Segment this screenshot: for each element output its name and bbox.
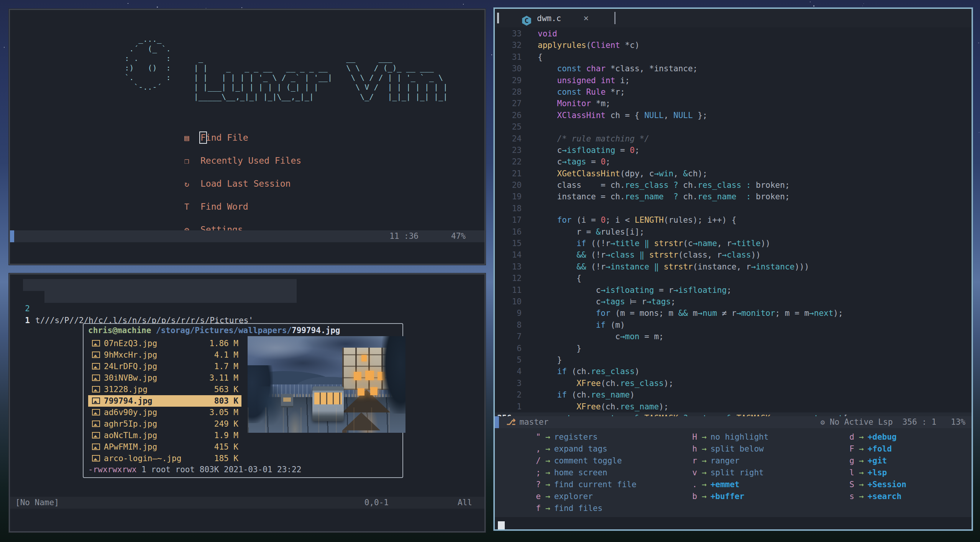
- whichkey-binding: d→+debug: [825, 431, 906, 443]
- arrow-icon: →: [854, 432, 868, 442]
- code-line: 26 XClassHint ch = { NULL, NULL };: [495, 110, 972, 121]
- code-editor-area[interactable]: 33void32applyrules(Client *c)31{30 const…: [495, 28, 972, 424]
- menu-item-recently-used-files[interactable]: ❐Recently Used Files: [184, 154, 301, 167]
- file-row[interactable]: APwFMIM.jpg415 K: [88, 441, 241, 453]
- mode-indicator-block: [495, 416, 499, 428]
- statusline-scratch: [No Name] 0,0-1 All: [10, 497, 484, 509]
- find-file-icon: ▤: [184, 131, 200, 145]
- whichkey-description: explorer: [554, 492, 593, 501]
- file-row[interactable]: 24LrDFQ.jpg1.7 M: [88, 361, 241, 372]
- code-text: c→tags = 0;: [538, 156, 611, 168]
- line-number: 13: [495, 261, 522, 273]
- whichkey-binding: H→no highlight: [668, 431, 768, 443]
- arrow-icon: →: [697, 444, 711, 453]
- line-number: 17: [495, 214, 522, 226]
- code-text: const Rule *r;: [538, 86, 625, 98]
- menu-item-label: Find File: [200, 133, 248, 143]
- line-number: 12: [495, 273, 522, 284]
- menu-item-find-word[interactable]: TFind Word: [184, 200, 248, 213]
- file-row[interactable]: aghr5Ip.jpg249 K: [88, 418, 241, 430]
- buffer-line: 2 t///s/P//2/h/c/.l/s/n/s/p/p/s/r/r/s/Pi…: [10, 279, 484, 291]
- menu-item-load-last-session[interactable]: ↻Load Last Session: [184, 177, 291, 190]
- code-line: 15 if ((!r→title ‖ strstr(c→name, r→titl…: [495, 238, 972, 249]
- code-text: c→isfloating = 0;: [538, 145, 640, 156]
- directory-path: /storag/Pictures/wallpapers/: [151, 326, 292, 335]
- file-row[interactable]: 31228.jpg563 K: [88, 384, 241, 395]
- file-size: 3.11 M: [209, 372, 238, 384]
- cursor-location: 356 : 1: [903, 417, 937, 427]
- file-row[interactable]: 07nEzQ3.jpg1.86 M: [88, 338, 241, 349]
- line-number: 31: [495, 51, 522, 63]
- whichkey-binding: g→+git: [825, 455, 906, 467]
- code-line: 1 XFree(ch.res_name);: [495, 401, 972, 412]
- file-row[interactable]: 9hMxcHr.jpg4.1 M: [88, 349, 241, 361]
- code-line: 21 XGetClassHint(dpy, c→win, &ch);: [495, 168, 972, 179]
- code-line: 3 XFree(ch.res_class);: [495, 378, 972, 389]
- line-number: 24: [495, 133, 522, 145]
- lunarvim-ascii-logo: _..._ .´ (_ `. : . : _ __ ___ :) () : | …: [106, 34, 448, 102]
- code-text: if (ch.res_class): [538, 366, 640, 377]
- file-size: 1.86 M: [209, 338, 238, 349]
- window-lunarvim-dashboard[interactable]: _..._ .´ (_ `. : . : _ __ ___ :) () : | …: [9, 9, 486, 265]
- line-number: 22: [495, 156, 522, 168]
- file-name: ad6v90y.jpg: [104, 407, 209, 418]
- whichkey-binding: b→+buffer: [668, 491, 768, 503]
- file-name: aghr5Ip.jpg: [104, 418, 214, 430]
- file-name: arco-login—~.jpg: [104, 453, 214, 464]
- whichkey-key: ;: [512, 467, 541, 479]
- menu-item-label: Load Last Session: [200, 179, 291, 189]
- code-text: if (m): [538, 319, 625, 331]
- tab-dwm-c[interactable]: Cdwm.c×: [505, 9, 589, 27]
- file-browser-path: chris@machine /storag/Pictures/wallpaper…: [88, 326, 340, 335]
- whichkey-description: split below: [711, 444, 764, 453]
- image-file-icon: [92, 363, 100, 370]
- file-row[interactable]: aoNcTLm.jpg1.9 M: [88, 430, 241, 441]
- menu-item-find-file[interactable]: ▤Find File: [184, 131, 248, 144]
- whichkey-binding: ?→find current file: [512, 479, 637, 491]
- file-row[interactable]: 30iNVBw.jpg3.11 M: [88, 372, 241, 384]
- file-row[interactable]: ad6v90y.jpg3.05 M: [88, 407, 241, 418]
- whichkey-description: +buffer: [711, 492, 745, 501]
- code-line: 29 unsigned int i;: [495, 75, 972, 86]
- command-line-cursor: [498, 521, 505, 529]
- file-size: 3.05 M: [209, 407, 238, 418]
- whichkey-popup: "→registers,→expand tags/→comment toggle…: [495, 428, 972, 517]
- whichkey-key: ?: [512, 479, 541, 491]
- line-number: 16: [495, 226, 522, 238]
- code-line: 17 for (i = 0; i < LENGTH(rules); i++) {: [495, 214, 972, 226]
- whichkey-binding: /→comment toggle: [512, 455, 637, 467]
- window-editor-dwm[interactable]: Cdwm.c× 33void32applyrules(Client *c)31{…: [494, 8, 973, 531]
- statusbar-right: ⚙ No Active Lsp 356 : 1 13%: [821, 416, 965, 428]
- file-row-selected[interactable]: 799794.jpg803 K: [88, 395, 241, 407]
- whichkey-binding: ;→home screen: [512, 467, 637, 479]
- image-file-icon: [92, 351, 100, 358]
- whichkey-binding: s→+search: [825, 491, 906, 503]
- line-number: 26: [495, 110, 522, 121]
- code-line: 28 const Rule *r;: [495, 86, 972, 98]
- arrow-icon: →: [541, 504, 554, 513]
- window-scratch-buffer[interactable]: 2 t///s/P//2/h/c/.l/s/n/s/p/p/s/r/r/s/Pi…: [9, 273, 486, 532]
- tab-close-icon[interactable]: ×: [583, 9, 589, 27]
- line-number: 1: [495, 401, 522, 412]
- line-number: 15: [495, 238, 522, 249]
- bufferline: Cdwm.c×: [495, 9, 972, 27]
- code-line: 14 && (!r→class ‖ strstr(class, r→class)…: [495, 249, 972, 261]
- ranger-file-browser[interactable]: chris@machine /storag/Pictures/wallpaper…: [83, 323, 403, 478]
- scroll-indicator: All: [458, 497, 472, 509]
- arrow-icon: →: [541, 468, 554, 477]
- line-number: 25: [495, 121, 522, 133]
- whichkey-description: no highlight: [711, 432, 769, 442]
- code-line: 8 if (m): [495, 319, 972, 331]
- arrow-icon: →: [697, 468, 711, 477]
- line-number: 2: [495, 389, 522, 401]
- code-line: 2 if (ch.res_name): [495, 389, 972, 401]
- whichkey-key: h: [668, 443, 697, 455]
- file-row[interactable]: arco-login—~.jpg185 K: [88, 453, 241, 464]
- image-file-icon: [92, 374, 100, 381]
- code-text: c→isfloating = r→isfloating;: [538, 284, 732, 296]
- c-language-icon: C: [522, 16, 532, 26]
- file-size: 803 K: [214, 395, 238, 407]
- line-number: 18: [495, 203, 522, 214]
- code-text: for (m = mons; m && m→num ≠ r→monitor; m…: [538, 307, 843, 319]
- file-size: 415 K: [214, 441, 238, 453]
